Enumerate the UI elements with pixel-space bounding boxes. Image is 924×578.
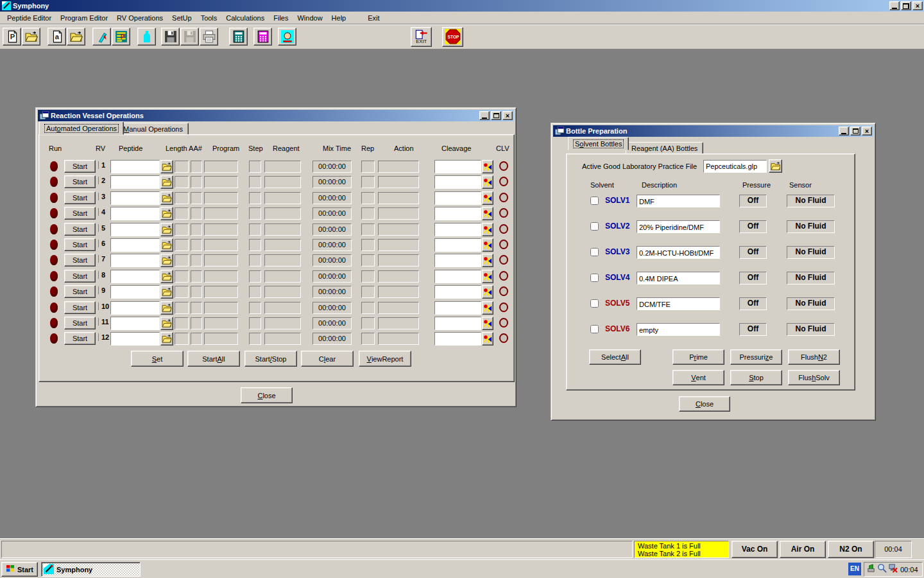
solvent-checkbox[interactable] xyxy=(590,299,599,308)
new-program-icon[interactable]: a xyxy=(47,28,66,46)
cleavage-input[interactable] xyxy=(434,160,481,173)
start-button[interactable]: Start xyxy=(64,191,96,204)
offline-icon[interactable] xyxy=(888,563,898,575)
tab-solvent-bottles[interactable]: Solvent Bottles xyxy=(568,137,629,150)
cleave-icon[interactable] xyxy=(482,207,493,220)
start-button[interactable]: Start xyxy=(64,270,96,283)
button-stop[interactable]: Stop xyxy=(730,370,782,385)
open-peptide-icon[interactable] xyxy=(22,28,40,46)
open-folder-icon[interactable] xyxy=(160,270,173,283)
peptide-input[interactable] xyxy=(110,317,160,330)
cleave-icon[interactable] xyxy=(482,238,493,252)
peptide-input[interactable] xyxy=(110,301,160,315)
minimize-icon[interactable] xyxy=(839,127,849,136)
solvent-checkbox[interactable] xyxy=(590,197,599,205)
peptide-input[interactable] xyxy=(110,254,160,267)
magnifier-icon[interactable] xyxy=(877,563,887,575)
new-peptide-icon[interactable]: P xyxy=(3,28,21,46)
peptide-input[interactable] xyxy=(110,285,160,299)
button-vent[interactable]: Vent xyxy=(672,370,724,385)
start-button[interactable]: Start xyxy=(64,223,96,236)
indicator-air-on[interactable]: Air On xyxy=(780,541,826,558)
solvent-checkbox[interactable] xyxy=(590,222,599,231)
cleavage-input[interactable] xyxy=(434,332,481,346)
menu-item-help[interactable]: Help xyxy=(327,13,351,23)
taskbar-task-symphony[interactable]: Symphony xyxy=(41,562,141,577)
cleavage-input[interactable] xyxy=(434,285,481,299)
minimize-icon[interactable] xyxy=(889,1,900,10)
peptide-input[interactable] xyxy=(110,223,160,236)
maximize-icon[interactable] xyxy=(491,111,501,120)
start-button[interactable]: Start xyxy=(64,332,96,345)
button-viewreport[interactable]: ViewReport xyxy=(359,351,411,367)
minimize-icon[interactable] xyxy=(479,111,490,120)
menu-item-setup[interactable]: SetUp xyxy=(167,13,196,23)
edit-pen-icon[interactable] xyxy=(92,28,111,46)
save-disabled-icon[interactable] xyxy=(180,28,199,46)
clv-indicator[interactable] xyxy=(499,255,508,265)
calculator-teal-icon[interactable] xyxy=(229,28,248,46)
cleave-icon[interactable] xyxy=(482,270,493,283)
start-button[interactable]: Start xyxy=(64,254,96,267)
clv-indicator[interactable] xyxy=(499,286,508,296)
start-button[interactable]: Start xyxy=(64,285,96,298)
button-prime[interactable]: Prime xyxy=(672,349,724,365)
start-button[interactable]: Start xyxy=(64,207,96,220)
clv-indicator[interactable] xyxy=(499,318,508,328)
open-folder-icon[interactable] xyxy=(769,159,782,173)
solvent-description-input[interactable] xyxy=(637,246,720,259)
print-icon[interactable] xyxy=(200,28,218,46)
bottle-icon[interactable] xyxy=(137,28,156,46)
indicator-vac-on[interactable]: Vac On xyxy=(732,541,778,558)
start-button[interactable]: Start xyxy=(64,317,96,329)
cleave-icon[interactable] xyxy=(482,223,493,236)
maximize-icon[interactable] xyxy=(850,127,860,136)
glp-file-input[interactable] xyxy=(703,160,767,173)
indicator-n2-on[interactable]: N2 On xyxy=(828,541,874,558)
start-button[interactable]: Start xyxy=(64,238,96,251)
close-icon[interactable]: × xyxy=(912,1,923,10)
open-folder-icon[interactable] xyxy=(160,191,173,205)
cleave-icon[interactable] xyxy=(482,175,493,189)
close-button[interactable]: Close xyxy=(241,387,293,403)
save-icon[interactable] xyxy=(161,28,180,46)
solvent-checkbox[interactable] xyxy=(590,325,599,333)
cleave-icon[interactable] xyxy=(482,191,493,205)
button-set[interactable]: Set xyxy=(131,351,184,367)
eject-icon[interactable] xyxy=(866,563,876,575)
cleave-icon[interactable] xyxy=(482,285,493,299)
clv-indicator[interactable] xyxy=(499,177,508,186)
solvent-checkbox[interactable] xyxy=(590,248,599,256)
clv-indicator[interactable] xyxy=(499,240,508,249)
start-button[interactable]: Start xyxy=(1,562,38,577)
clv-indicator[interactable] xyxy=(499,161,508,171)
menu-item-tools[interactable]: Tools xyxy=(196,13,222,23)
start-button[interactable]: Start xyxy=(64,160,96,173)
calculator-magenta-icon[interactable] xyxy=(253,28,272,46)
menu-item-exit[interactable]: Exit xyxy=(363,13,384,23)
clv-indicator[interactable] xyxy=(499,271,508,281)
cleavage-input[interactable] xyxy=(434,223,481,236)
button-flush-n2[interactable]: Flush N2 xyxy=(788,349,840,365)
menu-item-window[interactable]: Window xyxy=(293,13,327,23)
solvent-checkbox[interactable] xyxy=(590,274,599,282)
solvent-description-input[interactable] xyxy=(637,272,720,285)
close-button[interactable]: Close xyxy=(679,396,730,412)
cleave-icon[interactable] xyxy=(482,332,493,346)
tab-manual-operations[interactable]: Manual Operations xyxy=(117,123,189,135)
cleavage-input[interactable] xyxy=(434,317,481,330)
menu-item-peptide-editor[interactable]: Peptide Editor xyxy=(3,13,56,23)
cleavage-input[interactable] xyxy=(434,175,481,189)
bottle-window-titlebar[interactable]: Bottle Preparation × xyxy=(553,125,873,137)
menu-item-rv-operations[interactable]: RV Operations xyxy=(112,13,167,23)
cleavage-input[interactable] xyxy=(434,238,481,252)
button-pressurize[interactable]: Pressurize xyxy=(730,349,782,365)
solvent-description-input[interactable] xyxy=(637,220,720,233)
cleavage-input[interactable] xyxy=(434,254,481,267)
solvent-description-input[interactable] xyxy=(637,195,720,207)
peptide-input[interactable] xyxy=(110,191,160,205)
cleave-icon[interactable] xyxy=(482,254,493,267)
open-folder-icon[interactable] xyxy=(160,175,173,189)
clv-indicator[interactable] xyxy=(499,333,508,343)
button-start-stop[interactable]: Start/Stop xyxy=(244,351,297,367)
